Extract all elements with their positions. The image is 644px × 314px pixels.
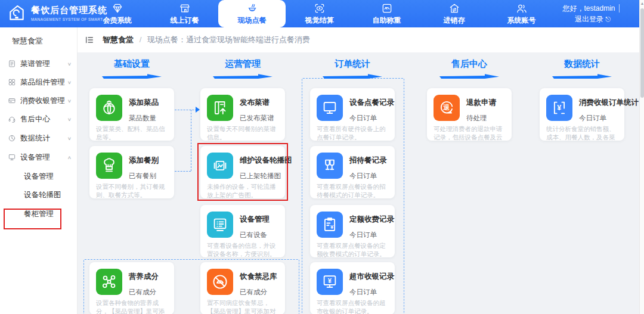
nav-item-7[interactable]: 系统账号 — [488, 0, 555, 27]
monitor-yen-icon: ¥ — [317, 269, 343, 295]
card-subtitle: 今日订单 — [349, 172, 377, 181]
component-icon — [8, 78, 16, 86]
sidebar-title[interactable]: 智慧食堂 — [12, 36, 43, 46]
sidebar-collapse-icon[interactable] — [85, 35, 94, 45]
card-subtitle: 已有成分 — [240, 288, 267, 297]
card-title: 添加餐别 — [129, 156, 159, 166]
card-title: 定额收费记录 — [349, 214, 394, 225]
sidebar-item-1[interactable]: 菜谱管理∨ — [0, 56, 78, 71]
nav-item-1[interactable]: 会员系统 — [83, 0, 151, 27]
card-title: 维护设备轮播图 — [240, 156, 292, 166]
sidebar-subitem-1[interactable]: 设备管理 — [0, 169, 78, 184]
sidebar-item-label: 菜谱管理 — [20, 59, 50, 69]
nav-item-6[interactable]: 进销存 — [420, 0, 488, 27]
sidebar-item-2[interactable]: 菜品组件管理∨ — [0, 74, 78, 90]
cabbage-icon — [96, 95, 122, 121]
card-description: 可处理消费者的退款申请记录，包括设备点餐及云餐厅H5上的订单... — [434, 125, 507, 141]
scroll-thumb[interactable] — [640, 8, 644, 98]
card-subtitle: 今日订单 — [349, 231, 377, 240]
connector-line — [175, 110, 197, 110]
card-subtitle: 已有成分 — [129, 288, 156, 297]
users-icon — [516, 2, 528, 14]
card-title: 饮食禁忌库 — [240, 272, 277, 282]
nav-item-label: 线上订餐 — [171, 15, 199, 26]
feature-card[interactable]: 设备点餐记录今日订单可查看所有硬件设备上的点餐订单记录。 — [310, 88, 395, 141]
logout-icon: ⎋ — [605, 15, 611, 23]
card-subtitle: 待处理 — [466, 114, 487, 123]
breadcrumb-root[interactable]: 智慧食堂 — [103, 35, 134, 44]
gem-icon — [112, 2, 123, 14]
dine-icon — [246, 2, 258, 14]
nav-item-label: 自助称重 — [373, 15, 401, 26]
breadcrumb: 智慧食堂 / 现场点餐：通过食堂现场智能终端进行点餐消费 — [103, 35, 310, 45]
sidebar-item-label: 数据统计 — [20, 133, 50, 144]
sidebar-item-label: 消费收银管理 — [20, 96, 65, 106]
publish-menu-icon — [207, 95, 233, 121]
user-divider — [619, 4, 620, 13]
sidebar-subitem-label: 餐柜管理 — [24, 209, 54, 219]
feature-card[interactable]: ¥定额收费记录今日订单可查看双屏点餐设备的定额收费模式的订单记录。 — [310, 205, 395, 257]
column-arrow-underline — [439, 74, 499, 79]
sidebar-item-label: 设备管理 — [20, 153, 50, 163]
feature-card[interactable]: 招待餐记录今日订单可查看双屏点餐设备的招待餐模式的订单记录。 — [310, 146, 395, 198]
top-header: 餐饮后台管理系统 MANAGEMENT SYSTEM OF SMART CANT… — [0, 0, 639, 27]
sidebar-subitem-label: 设备管理 — [24, 172, 54, 182]
nav-item-label: 现场点餐 — [238, 15, 267, 26]
nav-item-5[interactable]: 自助称重 — [353, 0, 420, 27]
user-box: 您好，testadmin 退出登录 ⎋ — [555, 0, 631, 27]
sidebar-item-label: 菜品组件管理 — [20, 77, 65, 88]
inventory-icon — [448, 2, 460, 14]
feature-card[interactable]: ¥超市收银记录今日订单可查看双屏点餐设备的超市收银的订单记录。 — [310, 262, 395, 314]
chef-hat-icon — [96, 153, 122, 179]
card-description: 置不同病症饮食禁忌，【菜品管理】里可添加对应的。 — [207, 299, 281, 314]
column-header-3: 订单统计 — [310, 58, 395, 79]
column-arrow-underline — [213, 74, 273, 79]
logout-button[interactable]: 退出登录 ⎋ — [575, 14, 611, 24]
nav-item-2[interactable]: 线上订餐 — [151, 0, 218, 27]
yen-stat-icon: ¥ — [546, 95, 572, 121]
feature-card[interactable]: 饮食禁忌库已有成分置不同病症饮食禁忌，【菜品管理】里可添加对应的。 — [200, 262, 285, 314]
nav-item-3[interactable]: 现场点餐 — [218, 0, 286, 27]
column-header-4: 售后中心 — [427, 58, 512, 79]
card-description: 设置菜类、配料、菜品信息等。 — [96, 125, 170, 141]
feature-card[interactable]: ¥消费收银订单统计今日订单统计分析食堂的销售额、成本、用餐人数，及各菜品销量、餐… — [540, 88, 624, 141]
card-description: 可查看双屏点餐设备的定额收费模式的订单记录。 — [317, 241, 391, 258]
molecule-icon — [96, 269, 122, 295]
scroll-up-arrow[interactable]: ▲ — [640, 1, 644, 5]
svg-text:¥: ¥ — [330, 224, 334, 230]
chevron-down-icon: ∨ — [67, 98, 72, 104]
nav-item-label: 会员系统 — [103, 15, 132, 26]
feature-card[interactable]: 添加餐别已有餐别设置不同餐别，其订餐规则、取餐方式等。 — [89, 146, 174, 198]
nav-item-label: 系统账号 — [507, 15, 536, 26]
sidebar-item-5[interactable]: 数据统计∨ — [0, 130, 78, 146]
app-window: 餐饮后台管理系统 MANAGEMENT SYSTEM OF SMART CANT… — [0, 0, 644, 314]
sidebar-item-3[interactable]: 消费收银管理∨ — [0, 93, 78, 108]
card-subtitle: 今日订单 — [349, 288, 377, 297]
column-arrow-underline — [323, 74, 382, 79]
chevron-down-icon: ∨ — [67, 61, 72, 67]
feature-card[interactable]: 发布菜谱已发布菜谱设置每天不同餐别的菜谱信息。 — [200, 88, 285, 141]
card-description: 未操作的设备，可轮流播放上架的广告图。 — [207, 182, 281, 199]
column-title: 运营管理 — [200, 58, 285, 70]
top-nav: 会员系统线上订餐现场点餐视觉结算自助称重进销存系统账号 — [83, 0, 555, 27]
clipboard-yen-icon: ¥ — [317, 212, 343, 238]
breadcrumb-current: 现场点餐：通过食堂现场智能终端进行点餐消费 — [147, 35, 310, 44]
nav-item-4[interactable]: 视觉结算 — [286, 0, 353, 27]
card-subtitle: 菜品数量 — [129, 114, 156, 123]
card-title: 超市收银记录 — [349, 272, 394, 282]
cashier-icon — [8, 97, 16, 105]
breadcrumb-separator: / — [140, 35, 142, 44]
feature-card[interactable]: 退退款申请待处理可处理消费者的退款申请记录，包括设备点餐及云餐厅H5上的订单..… — [427, 88, 512, 141]
sidebar-subitem-2-highlighted[interactable]: 设备轮播图 — [0, 187, 78, 203]
sidebar-item-6[interactable]: 设备管理∧ — [0, 150, 78, 165]
card-description: 统计分析食堂的销售额、成本、用餐人数，及各菜品销量、餐别等... — [546, 125, 620, 141]
sidebar-item-4[interactable]: 售后中心∨ — [0, 111, 78, 127]
feature-card[interactable]: 设备管理已有设备可查看设备的信息，并设置设备名称，方便识别。 — [200, 205, 285, 257]
vertical-scrollbar[interactable]: ▲ — [639, 0, 644, 314]
feature-card[interactable]: 添加菜品菜品数量设置菜类、配料、菜品信息等。 — [89, 88, 174, 141]
svg-text:¥: ¥ — [328, 277, 332, 284]
feature-card[interactable]: 维护设备轮播图已上架轮播图未操作的设备，可轮流播放上架的广告图。 — [200, 146, 285, 198]
feature-card[interactable]: 营养成分已有成分设置各种食物的营养成分，【菜品管理】里可添加对应的食物及分... — [89, 262, 174, 314]
storefront-icon — [179, 2, 191, 14]
sidebar-subitem-3[interactable]: 餐柜管理 — [0, 206, 78, 222]
